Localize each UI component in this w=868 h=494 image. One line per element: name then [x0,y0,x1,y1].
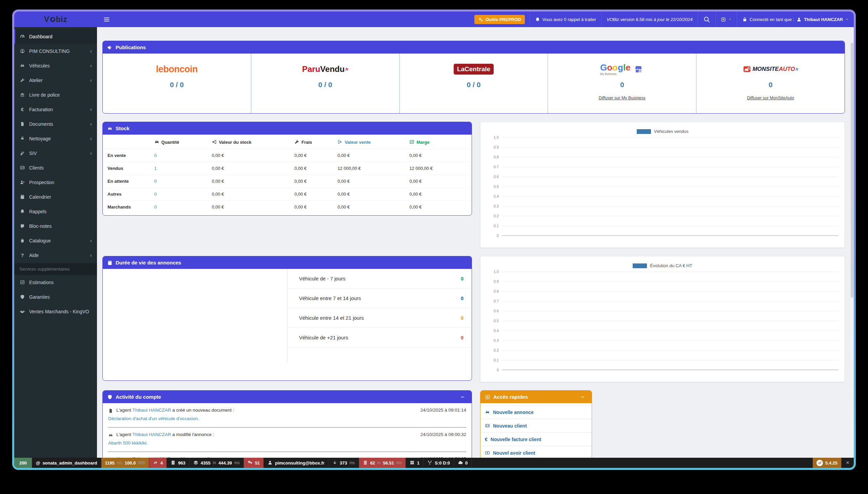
agent-link[interactable]: Thibaut HANCZAR [132,432,171,437]
stock-quantity-link[interactable]: 0 [154,192,157,197]
stock-row-en-vente: En vente00,00 €0,00 €0,00 €0,00 € [103,149,471,162]
profiler-block-security[interactable]: pimconsulting@bbox.fr [264,458,329,468]
calendar-icon [20,194,25,200]
arrowdown-icon [332,460,337,466]
profiler-block-messenger[interactable]: S:0 D:0 [424,458,454,468]
vobiz-logo[interactable]: V biz [14,15,97,24]
stock-value: 0,00 € [212,179,294,184]
sidebar-item-calendrier[interactable]: Calendrier [14,190,97,204]
profiler-block-route[interactable]: @sonata_admin_dashboard [32,458,101,468]
monsiteauto-logo: MONSITEAUTO.fr [742,62,798,77]
publication-channel-leboncoin: leboncoin0 / 0 [103,54,251,113]
lifetime-row: Véhicule de - 7 jours0 [288,269,471,288]
sidebar-item-rappels[interactable]: Rappels [14,204,97,219]
profiler-value: 51 [255,460,260,466]
quick-link-nouveau-client[interactable]: Nouveau client [480,419,592,433]
profiler-block-ajax[interactable]: 373 ms [329,458,359,468]
sidebar-item-aide[interactable]: ?Aide‹ [14,248,97,262]
car-icon [20,63,25,69]
stock-column-quantit-: Quantité [154,139,212,145]
activity-target-link[interactable]: Déclaration d'achat d'un véhicule d'occa… [108,416,466,421]
symfony-version-block[interactable]: sf 5.4.25 [813,458,842,468]
vehicles-sold-chart: Véhicules vendus 1.00.90.80.70.60.50.40.… [480,122,845,248]
sidebar-item-clients[interactable]: Clients [14,160,97,175]
bookex-icon [171,460,176,466]
quick-link-nouvelle-annonce[interactable]: Nouvelle annonce [480,405,592,419]
publications-panel: Publications leboncoin0 / 0ParuVendu.fr0… [102,41,845,114]
logo-text-suffix: biz [56,15,67,24]
cloudup-icon [458,460,463,466]
sidebar-item-label: Nettoyage [29,136,51,141]
agent-link[interactable]: Thibaut HANCZAR [132,407,171,413]
tools-preprod-button[interactable]: Outils PREPROD [474,15,525,24]
sidebar-section-header: Services supplémentaires [14,263,97,275]
sidebar-item-v-hicules[interactable]: Véhicules‹ [14,58,97,73]
collapse-button[interactable] [578,394,587,400]
publish-link[interactable]: Diffuser sur MonSiteAuto [747,96,794,100]
sidebar-item-ventes-marchands-kingvo[interactable]: Ventes Marchands - KingVO [14,304,97,319]
page-scrollbar[interactable] [850,43,854,468]
sidebar-item-facturation[interactable]: €Facturation‹ [14,102,97,117]
chevron-left-icon: ‹ [90,63,92,69]
quick-link-label: Nouveau client [493,423,527,429]
sidebar-item-label: Estimations [29,280,54,285]
quick-link-nouvelle-facture-client[interactable]: €Nouvelle facture client [480,433,592,446]
profiler-block-events[interactable]: 4355 in 444.39 ms [190,458,244,468]
signin-icon [212,139,217,145]
stock-sale-value: 0,00 € [337,179,409,184]
sidebar-item-documents[interactable]: Documents‹ [14,117,97,131]
stock-quantity-link[interactable]: 1 [154,166,157,171]
logo-text-prefix: V [44,15,50,24]
profiler-block-database[interactable]: 62 in 56.51 ms [359,458,406,468]
profiler-block-translations[interactable]: 51 [244,458,264,468]
version-text: VOBiz version 6.58 mis à jour le 22/10/2… [601,12,698,27]
toolbar-close-button[interactable]: × [842,458,854,468]
sidebar-item-prospection[interactable]: Prospection [14,175,97,190]
search-button[interactable] [698,12,715,27]
sidebar-item-label: Catalogue [29,238,51,244]
sidebar-item-nettoyage[interactable]: Nettoyage‹ [14,131,97,146]
bag-icon [20,238,25,244]
reminders-button[interactable]: Vous avez 0 rappel à traiter [529,12,601,27]
activity-target-link[interactable]: Abarth 500 kkklklkl. [108,440,466,445]
profiler-block-forms[interactable]: 4 [149,458,167,468]
google-my-business-logo: GoogleMy BusinessG [600,62,644,77]
sidebar-item-bloc-notes[interactable]: Bloc-notes [14,219,97,233]
sidebar-toggle-button[interactable] [97,12,116,27]
collapse-button[interactable] [458,394,467,400]
stock-row-en-attente: En attente00,00 €0,00 €0,00 €0,00 € [103,175,471,188]
stock-quantity-link[interactable]: 0 [154,205,157,210]
stock-quantity-link[interactable]: 0 [154,153,157,158]
stock-margin: 0,00 € [409,179,467,184]
sidebar-item-catalogue[interactable]: Catalogue‹ [14,233,97,248]
account-activity-header: Activité du compte [103,391,471,403]
publication-count: 0 / 0 [467,81,481,89]
sidebar-item-atelier[interactable]: Atelier‹ [14,73,97,88]
lifetime-list: Véhicule de - 7 jours0Véhicule entre 7 e… [287,269,471,362]
apps-menu-button[interactable] [715,12,737,27]
legend-swatch [637,129,651,134]
publish-link[interactable]: Diffuser sur My Business [599,96,645,100]
profiler-block-performance[interactable]: 1195 ms 100.0 MiB [101,458,149,468]
profiler-block-mailer[interactable]: 0 [454,458,471,468]
sidebar-item-livre-de-police[interactable]: Livre de police [14,88,97,102]
user-menu-button[interactable]: Connecté en tant que : Thibaut HANCZAR [737,12,854,27]
profiler-block-logs[interactable]: 963 [167,458,190,468]
publication-channel-monsiteauto: MONSITEAUTO.fr0Diffuser sur MonSiteAuto [696,54,845,113]
sidebar-item-pim-consulting[interactable]: PIM CONSULTING‹ [14,44,97,58]
connected-label: Connecté en tant que : [750,17,794,22]
sidebar-item-garanties[interactable]: Garanties [14,289,97,304]
sidebar-item-label: Livre de police [29,92,60,98]
chart-legend: Véhicules vendus [486,129,838,134]
ad-lifetime-title: Durée de vie des annonces [116,260,181,265]
sidebar-item-estimations[interactable]: Estimations [14,275,97,289]
profiler-block-status[interactable]: 200 [14,458,32,468]
sidebar-item-dashboard[interactable]: Dashboard [14,29,97,44]
sidebar-item-label: SIV [29,151,37,156]
sidebar-item-siv[interactable]: SIV‹ [14,146,97,160]
stock-value: 0,00 € [212,153,294,158]
scrollbar-thumb[interactable] [851,43,853,298]
profiler-block-cache[interactable]: 1 [406,458,424,468]
stock-quantity-link[interactable]: 0 [154,179,157,184]
publications-title: Publications [116,44,146,50]
